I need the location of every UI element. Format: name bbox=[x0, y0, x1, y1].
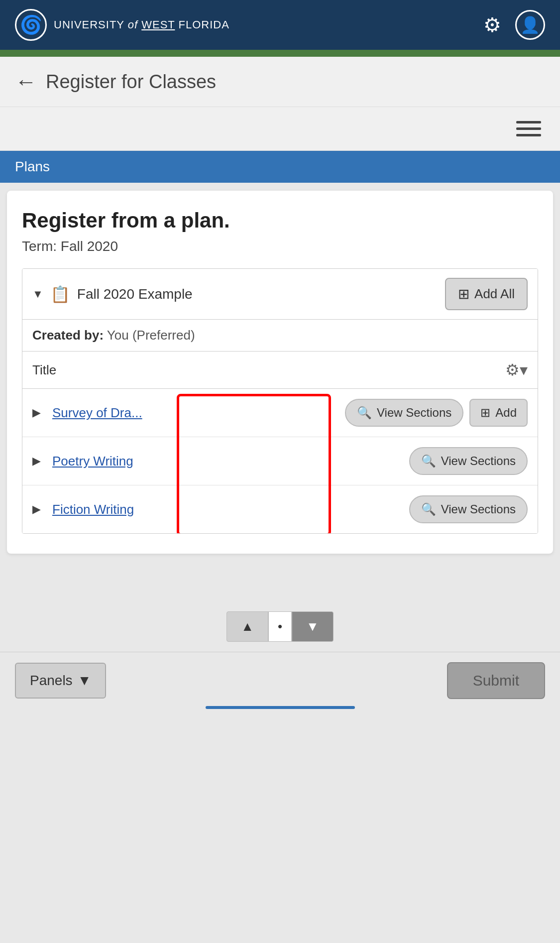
panels-dropdown-icon: ▼ bbox=[78, 673, 92, 689]
view-sections-label: View Sections bbox=[377, 406, 451, 420]
course-actions: 🔍 View Sections bbox=[409, 495, 528, 523]
view-sections-label: View Sections bbox=[441, 502, 516, 516]
plan-container: ▼ 📋 Fall 2020 Example ⊞ Add All Created … bbox=[22, 268, 538, 534]
hamburger-line-2 bbox=[516, 127, 541, 130]
logo-area: 🌀 UNIVERSITY of WEST FLORIDA bbox=[15, 9, 229, 41]
course-expand-icon[interactable]: ▶ bbox=[32, 503, 44, 516]
main-content-card: Register from a plan. Term: Fall 2020 ▼ … bbox=[7, 191, 553, 554]
hamburger-line-3 bbox=[516, 134, 541, 136]
plans-bar-label: Plans bbox=[15, 159, 50, 174]
plan-header-row: ▼ 📋 Fall 2020 Example ⊞ Add All bbox=[22, 269, 538, 320]
view-sections-button[interactable]: 🔍 View Sections bbox=[409, 447, 528, 475]
course-name-link[interactable]: Survey of Dra... bbox=[52, 405, 337, 421]
back-navigation: ← Register for Classes bbox=[0, 57, 560, 107]
view-sections-button[interactable]: 🔍 View Sections bbox=[345, 399, 463, 427]
panels-button[interactable]: Panels ▼ bbox=[15, 663, 106, 699]
table-row: ▶ Fiction Writing 🔍 View Sections bbox=[22, 485, 538, 533]
back-arrow-icon[interactable]: ← bbox=[15, 71, 37, 93]
search-icon: 🔍 bbox=[357, 406, 372, 420]
view-sections-button[interactable]: 🔍 View Sections bbox=[409, 495, 528, 523]
table-title-col: Title bbox=[32, 362, 56, 378]
table-header-row: Title ⚙▾ bbox=[22, 352, 538, 389]
view-sections-label: View Sections bbox=[441, 454, 516, 468]
courses-container: ▶ Survey of Dra... 🔍 View Sections ⊞ Add… bbox=[22, 389, 538, 533]
logo-text: UNIVERSITY of WEST FLORIDA bbox=[54, 18, 229, 32]
plan-clipboard-icon: 📋 bbox=[50, 285, 70, 304]
course-expand-icon[interactable]: ▶ bbox=[32, 406, 44, 419]
add-all-plus-icon: ⊞ bbox=[458, 286, 469, 302]
page-footer: Panels ▼ Submit bbox=[0, 652, 560, 709]
term-label: Term: Fall 2020 bbox=[22, 238, 538, 254]
created-by-label: Created by: bbox=[32, 328, 104, 343]
page-back-title: Register for Classes bbox=[46, 71, 216, 93]
progress-bar bbox=[206, 706, 355, 709]
course-actions: 🔍 View Sections bbox=[409, 447, 528, 475]
scroll-up-button[interactable]: ▲ bbox=[226, 611, 268, 642]
bottom-pagination-nav: ▲ • ▼ bbox=[0, 601, 560, 652]
panels-label: Panels bbox=[30, 673, 73, 689]
settings-icon[interactable]: ⚙ bbox=[483, 13, 501, 36]
scroll-down-button[interactable]: ▼ bbox=[292, 611, 334, 642]
created-by-value-text: You (Preferred) bbox=[107, 328, 195, 343]
table-settings-icon[interactable]: ⚙▾ bbox=[505, 360, 528, 379]
plan-expand-arrow[interactable]: ▼ bbox=[32, 288, 43, 301]
spacer bbox=[0, 562, 560, 591]
add-all-label: Add All bbox=[474, 286, 515, 302]
logo-spiral-icon: 🌀 bbox=[20, 14, 42, 35]
course-name-link[interactable]: Poetry Writing bbox=[52, 454, 401, 469]
hamburger-menu[interactable] bbox=[512, 117, 545, 140]
course-name-link[interactable]: Fiction Writing bbox=[52, 502, 401, 517]
header-icons: ⚙ 👤 bbox=[483, 10, 545, 40]
add-course-label: Add bbox=[495, 406, 517, 420]
profile-icon[interactable]: 👤 bbox=[515, 10, 545, 40]
add-course-plus-icon: ⊞ bbox=[480, 406, 490, 420]
table-row: ▶ Survey of Dra... 🔍 View Sections ⊞ Add bbox=[22, 389, 538, 437]
add-all-button[interactable]: ⊞ Add All bbox=[445, 278, 528, 310]
search-icon: 🔍 bbox=[421, 502, 436, 516]
course-actions: 🔍 View Sections ⊞ Add bbox=[345, 399, 528, 427]
course-expand-icon[interactable]: ▶ bbox=[32, 455, 44, 468]
plans-section-bar: Plans bbox=[0, 151, 560, 183]
app-header: 🌀 UNIVERSITY of WEST FLORIDA ⚙ 👤 bbox=[0, 0, 560, 50]
green-accent-bar bbox=[0, 50, 560, 57]
add-course-button[interactable]: ⊞ Add bbox=[469, 399, 528, 427]
scroll-dot-indicator[interactable]: • bbox=[268, 611, 292, 642]
hamburger-line-1 bbox=[516, 121, 541, 123]
table-row: ▶ Poetry Writing 🔍 View Sections bbox=[22, 437, 538, 485]
page-title: Register from a plan. bbox=[22, 209, 538, 233]
submit-button[interactable]: Submit bbox=[447, 662, 545, 699]
search-icon: 🔍 bbox=[421, 454, 436, 468]
hamburger-area bbox=[0, 107, 560, 151]
logo-circle: 🌀 bbox=[15, 9, 47, 41]
created-by-row: Created by: You (Preferred) bbox=[22, 320, 538, 352]
plan-header-left: ▼ 📋 Fall 2020 Example bbox=[32, 285, 193, 304]
plan-name: Fall 2020 Example bbox=[77, 286, 193, 302]
